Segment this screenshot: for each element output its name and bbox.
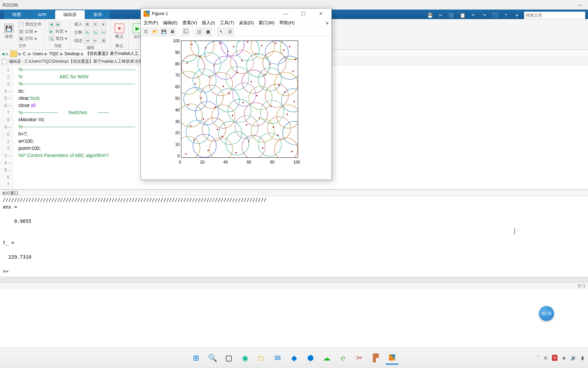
redo-icon[interactable]: ↷	[480, 12, 488, 19]
save-icon[interactable]: 💾	[426, 12, 434, 19]
tab-plot[interactable]: 绘图	[4, 10, 30, 19]
smart-indent-icon[interactable]: ≣	[100, 37, 107, 44]
windows-taskbar[interactable]: ⊞ 🔍 ▢ ◉ 🗀 ✉ ◆ ⬢ ☁ ℮ ✂ ▛ ˄ A S ◈ 🔊 ▮	[0, 348, 588, 368]
menu-file[interactable]: 文件(F)	[144, 20, 158, 26]
mail-icon[interactable]: ✉	[271, 352, 284, 365]
menu-more-icon[interactable]: ↘	[325, 20, 329, 25]
search-input[interactable]	[524, 12, 585, 19]
task-view-icon[interactable]: ▢	[222, 352, 235, 365]
save-button[interactable]: 💾 保存	[2, 22, 16, 41]
svg-point-60	[203, 118, 204, 120]
insert-legend-icon[interactable]: ☳	[226, 28, 234, 35]
menu-desktop[interactable]: 桌面(D)	[239, 20, 254, 26]
system-tray[interactable]: ˄ A S ◈ 🔊 ▮	[537, 348, 584, 368]
open-icon[interactable]: 📂	[151, 28, 159, 35]
figure-canvas[interactable]: 1009080706050403020100 020406080100	[141, 36, 331, 180]
svg-point-64	[259, 117, 260, 119]
wechat-icon[interactable]: ☁	[320, 352, 333, 365]
matlab-taskbar-icon[interactable]	[386, 352, 398, 365]
menu-insert[interactable]: 插入(I)	[202, 20, 215, 26]
minimize-icon[interactable]: —	[578, 2, 583, 7]
switch-icon[interactable]: ⿹	[491, 12, 499, 19]
help-icon[interactable]: ?	[502, 12, 510, 19]
undo-icon[interactable]: ↶	[470, 12, 477, 19]
dropdown-icon[interactable]: ▾	[513, 12, 521, 19]
axes[interactable]	[181, 41, 298, 158]
print-button[interactable]: 🖶打印 ▾	[18, 35, 42, 42]
comment-icon[interactable]: %	[84, 29, 90, 35]
app-icon-1[interactable]: ◆	[288, 352, 300, 365]
back-icon[interactable]: ◀	[1, 51, 4, 56]
goto-icon: ▶	[49, 29, 54, 34]
maximize-icon[interactable]: ☐	[295, 9, 311, 19]
edge-icon[interactable]: ◉	[239, 352, 251, 365]
save-icon[interactable]: 💾	[160, 28, 167, 35]
folder-icon[interactable]	[10, 51, 17, 57]
close-icon[interactable]: ✕	[313, 9, 329, 19]
tray-up-icon[interactable]: ˄	[537, 355, 539, 361]
cut-icon[interactable]: ✂	[437, 12, 444, 19]
uncomment-icon[interactable]: ‰	[92, 29, 98, 35]
tray-volume-icon[interactable]: 🔊	[571, 355, 576, 361]
menu-help[interactable]: 帮助(H)	[279, 20, 294, 26]
menu-view[interactable]: 查看(V)	[182, 20, 197, 26]
matlab-logo-icon	[144, 11, 150, 17]
tray-wifi-icon[interactable]: ◈	[562, 355, 566, 361]
compare-button[interactable]: ≣比较 ▾	[18, 28, 42, 35]
svg-point-52	[208, 150, 209, 151]
tray-battery-icon[interactable]: ▮	[581, 355, 584, 361]
editor-doc-icon	[2, 59, 7, 64]
minimize-icon[interactable]: —	[278, 9, 293, 19]
menu-tools[interactable]: 工具(T)	[220, 20, 234, 26]
search-icon[interactable]: 🔍	[206, 352, 219, 365]
goto-button[interactable]: ▶转至 ▾	[48, 28, 68, 35]
start-icon[interactable]: ⊞	[190, 352, 202, 365]
svg-point-13	[263, 51, 286, 75]
tab-editor[interactable]: 编辑器	[55, 10, 85, 19]
indent-icon[interactable]: ⇥	[84, 37, 90, 44]
svg-point-73	[270, 105, 272, 107]
svg-point-96	[233, 46, 234, 47]
new-figure-icon[interactable]: 🗋	[142, 28, 150, 35]
insert-fx-icon[interactable]: fx	[92, 21, 98, 27]
figure-titlebar[interactable]: Figure 1 — ☐ ✕	[141, 9, 331, 19]
svg-point-78	[223, 86, 224, 87]
snip-icon[interactable]: ✂	[353, 352, 366, 365]
edit-plot-icon[interactable]: ↖	[217, 28, 225, 35]
wrap-comment-icon[interactable]: ⤇	[100, 29, 107, 35]
tab-app[interactable]: APP	[30, 10, 55, 19]
command-window[interactable]: ////////////////////////////////////////…	[0, 196, 588, 277]
tab-publish[interactable]: 发布	[85, 10, 111, 19]
menu-edit[interactable]: 编辑(E)	[163, 20, 178, 26]
tray-input-icon[interactable]: S	[552, 355, 557, 361]
forward-icon[interactable]: ▶	[6, 51, 9, 56]
explorer-icon[interactable]: 🗀	[255, 352, 268, 365]
figure-window[interactable]: Figure 1 — ☐ ✕ 文件(F) 编辑(E) 查看(V) 插入(I) 工…	[141, 8, 332, 180]
app-icon-3[interactable]: ▛	[369, 352, 382, 365]
insert-more-icon[interactable]: ▾	[100, 21, 107, 27]
find-button[interactable]: 🔍查找 ▾	[48, 35, 68, 42]
insert-colorbar-icon[interactable]: ▦	[204, 28, 212, 35]
outdent-icon[interactable]: ⇤	[92, 37, 98, 44]
svg-point-44	[193, 134, 216, 157]
svg-point-82	[278, 85, 280, 86]
copy-icon[interactable]: ⿻	[448, 12, 455, 19]
svg-point-95	[219, 43, 220, 44]
find-files-button[interactable]: 📄查找文件	[18, 21, 42, 28]
horizontal-scrollbar[interactable]	[0, 277, 588, 282]
paste-icon[interactable]: 📋	[459, 12, 466, 19]
print-icon: 🖶	[18, 36, 24, 42]
svg-point-98	[261, 45, 262, 46]
dock-icon[interactable]: ◫	[195, 28, 203, 35]
nav-back-button[interactable]: ◀▶	[48, 21, 68, 28]
svg-point-63	[246, 124, 247, 125]
print-icon[interactable]: 🖶	[169, 28, 176, 35]
svg-point-8	[181, 55, 205, 78]
browser-icon[interactable]: ℮	[337, 352, 349, 365]
app-icon-2[interactable]: ⬢	[304, 352, 317, 365]
menu-window[interactable]: 窗口(W)	[259, 20, 275, 26]
breakpoints-button[interactable]: ● 断点	[113, 22, 126, 41]
link-icon[interactable]: ⿺	[182, 28, 190, 35]
insert-section-icon[interactable]: ≣	[84, 21, 90, 27]
tray-ime-icon[interactable]: A	[544, 355, 547, 361]
